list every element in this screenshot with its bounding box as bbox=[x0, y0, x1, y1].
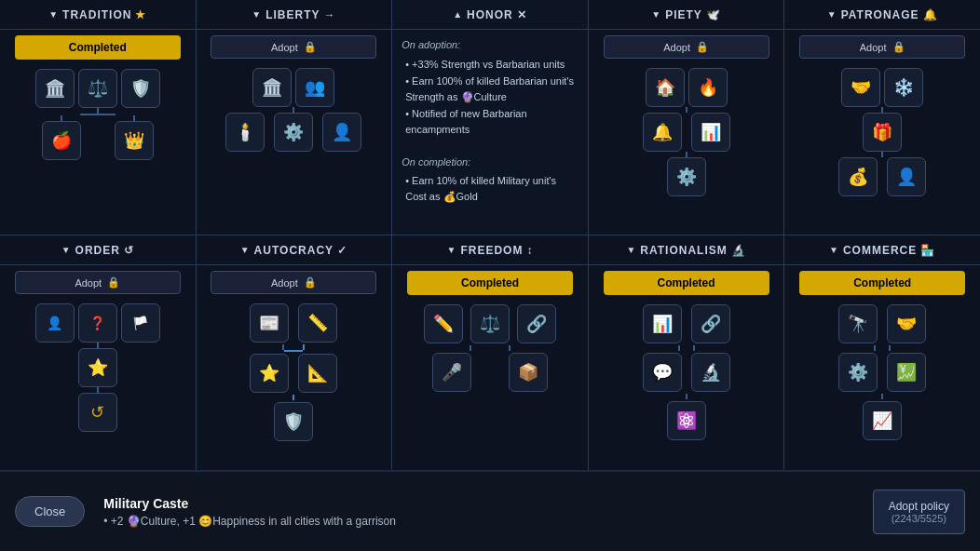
rationalism-vline2 bbox=[693, 345, 695, 351]
rationalism-icon-flask[interactable]: 🔬 bbox=[691, 353, 730, 392]
honor-x: ✕ bbox=[517, 8, 527, 21]
piety-icon-fire[interactable]: 🔥 bbox=[688, 68, 728, 107]
liberty-column: ▼ LIBERTY → Adopt 🔒 🏛️ 👥 🕯️ ⚙️ 👤 bbox=[197, 0, 393, 235]
freedom-icon-scale[interactable]: ⚖️ bbox=[470, 304, 510, 343]
freedom-icon-mic[interactable]: 🎤 bbox=[432, 353, 471, 392]
freedom-icon-chain[interactable]: 🔗 bbox=[517, 304, 556, 343]
tradition-icon-crown[interactable]: 👑 bbox=[115, 121, 154, 160]
order-icon-worker[interactable]: 👤 bbox=[35, 303, 75, 343]
piety-adopt-btn[interactable]: Adopt 🔒 bbox=[604, 35, 769, 59]
autocracy-icon-triangle[interactable]: 📐 bbox=[298, 354, 337, 393]
order-lock: 🔒 bbox=[107, 276, 120, 289]
rationalism-completed-btn[interactable]: Completed bbox=[604, 271, 769, 295]
commerce-icon-chart[interactable]: 💹 bbox=[887, 353, 926, 392]
rationalism-icon-atom[interactable]: ⚛️ bbox=[667, 401, 706, 440]
patronage-icon-snowflake[interactable]: ❄️ bbox=[884, 68, 923, 107]
liberty-lock: 🔒 bbox=[304, 41, 317, 53]
freedom-icon-box[interactable]: 📦 bbox=[509, 353, 548, 392]
patronage-tree: 🤝 ❄️ 🎁 💰 👤 bbox=[784, 64, 980, 235]
honor-arrow: ▲ bbox=[453, 9, 463, 20]
autocracy-label: AUTOCRACY bbox=[254, 244, 333, 257]
patronage-lock: 🔒 bbox=[892, 41, 905, 53]
tradition-icon-justice[interactable]: ⚖️ bbox=[78, 69, 117, 108]
commerce-icon-handshake[interactable]: 🤝 bbox=[887, 304, 926, 343]
tradition-top-icons: 🏛️ ⚖️ 🛡️ bbox=[35, 69, 160, 108]
liberty-icon-colosseum[interactable]: 🏛️ bbox=[252, 68, 292, 107]
tradition-arrow: ▼ bbox=[48, 9, 59, 20]
patronage-icon-gift[interactable]: 🎁 bbox=[863, 113, 902, 152]
liberty-icon-people[interactable]: 👥 bbox=[295, 68, 334, 107]
freedom-completed-btn[interactable]: Completed bbox=[407, 271, 573, 295]
order-icon-star[interactable]: ⭐ bbox=[78, 348, 117, 387]
piety-icon: 🕊️ bbox=[706, 8, 721, 21]
patronage-adopt-btn[interactable]: Adopt 🔒 bbox=[799, 35, 965, 59]
tradition-column: ▼ TRADITION ★ Completed 🏛️ ⚖️ 🛡️ bbox=[0, 0, 197, 235]
rationalism-arrow: ▼ bbox=[626, 245, 636, 255]
commerce-icon-gear[interactable]: ⚙️ bbox=[838, 353, 878, 392]
patronage-icon-gold[interactable]: 💰 bbox=[838, 157, 878, 196]
rationalism-vline1 bbox=[678, 345, 680, 351]
piety-top-icons: 🏠 🔥 bbox=[646, 68, 728, 107]
tradition-icon-shield[interactable]: 🛡️ bbox=[121, 69, 160, 108]
adopt-policy-button[interactable]: Adopt policy (2243/5525) bbox=[873, 490, 965, 534]
patronage-icon-handshake[interactable]: 🤝 bbox=[841, 68, 880, 107]
liberty-icon-person[interactable]: 👤 bbox=[322, 113, 361, 152]
tradition-completed-btn[interactable]: Completed bbox=[15, 35, 181, 60]
liberty-arrow: ▼ bbox=[252, 9, 262, 20]
autocracy-lock: 🔒 bbox=[304, 276, 317, 289]
adopt-policy-cost: (2243/5525) bbox=[889, 513, 949, 524]
patronage-icon: 🔔 bbox=[923, 8, 938, 21]
piety-adopt-label: Adopt bbox=[663, 42, 690, 53]
selected-policy-desc: • +2 🔮Culture, +1 😊Happiness in all citi… bbox=[103, 515, 872, 528]
rationalism-header: ▼ RATIONALISM 🔬 bbox=[589, 235, 784, 265]
liberty-icon-torch[interactable]: 🕯️ bbox=[225, 113, 265, 152]
top-row: ▼ TRADITION ★ Completed 🏛️ ⚖️ 🛡️ bbox=[0, 0, 980, 235]
order-icon-question[interactable]: ❓ bbox=[78, 303, 117, 343]
commerce-icon-pie[interactable]: 📈 bbox=[863, 401, 902, 440]
rationalism-icon-network[interactable]: 🔗 bbox=[691, 304, 730, 343]
piety-icon-chart[interactable]: 📊 bbox=[691, 113, 730, 152]
piety-tree: 🏠 🔥 🔔 📊 ⚙️ bbox=[589, 64, 784, 235]
close-button[interactable]: Close bbox=[15, 496, 85, 527]
autocracy-icon-star[interactable]: ⭐ bbox=[250, 354, 289, 393]
patronage-top-icons: 🤝 ❄️ bbox=[841, 68, 923, 107]
freedom-icon-pen[interactable]: ✏️ bbox=[424, 304, 463, 343]
liberty-top-icons: 🏛️ 👥 bbox=[252, 68, 334, 107]
commerce-header: ▼ COMMERCE 🏪 bbox=[784, 235, 980, 265]
patronage-header: ▼ PATRONAGE 🔔 bbox=[784, 0, 980, 30]
order-icon-recycle[interactable]: ↺ bbox=[78, 393, 117, 432]
commerce-vline1 bbox=[874, 345, 876, 351]
commerce-completed-btn[interactable]: Completed bbox=[799, 271, 965, 295]
freedom-vline2 bbox=[509, 345, 510, 351]
policy-tree-main: ▼ TRADITION ★ Completed 🏛️ ⚖️ 🛡️ bbox=[0, 0, 980, 470]
bottom-row: ▼ ORDER ↺ Adopt 🔒 👤 ❓ 🏳️ ⭐ ↺ bbox=[0, 235, 980, 470]
order-header: ▼ ORDER ↺ bbox=[0, 235, 196, 265]
rationalism-vline3 bbox=[686, 394, 687, 399]
rationalism-icon-chart[interactable]: 📊 bbox=[643, 304, 682, 343]
autocracy-icon-ruler[interactable]: 📏 bbox=[298, 303, 337, 343]
autocracy-adopt-btn[interactable]: Adopt 🔒 bbox=[211, 271, 376, 294]
order-icon-flag[interactable]: 🏳️ bbox=[121, 303, 160, 343]
commerce-icon-telescope[interactable]: 🔭 bbox=[838, 304, 878, 343]
tradition-label: TRADITION bbox=[62, 8, 131, 21]
liberty-adopt-btn[interactable]: Adopt 🔒 bbox=[211, 35, 376, 59]
rationalism-icon-speech[interactable]: 💬 bbox=[643, 353, 682, 392]
commerce-arrow: ▼ bbox=[829, 245, 839, 255]
tradition-icon-apple[interactable]: 🍎 bbox=[42, 121, 81, 160]
autocracy-adopt-label: Adopt bbox=[271, 277, 298, 289]
liberty-icon-gear[interactable]: ⚙️ bbox=[274, 113, 313, 152]
commerce-column: ▼ COMMERCE 🏪 Completed 🔭 🤝 ⚙️ 💹 bbox=[784, 235, 980, 470]
freedom-vline1 bbox=[470, 345, 471, 351]
piety-icon-gear[interactable]: ⚙️ bbox=[667, 157, 706, 196]
tradition-icon-monument[interactable]: 🏛️ bbox=[35, 69, 75, 108]
patronage-label: PATRONAGE bbox=[841, 8, 919, 21]
autocracy-icon-paper[interactable]: 📰 bbox=[250, 303, 289, 343]
bottom-bar: Close Military Caste • +2 🔮Culture, +1 😊… bbox=[0, 470, 980, 551]
autocracy-icon-shield[interactable]: 🛡️ bbox=[274, 402, 313, 441]
piety-icon-bell[interactable]: 🔔 bbox=[643, 113, 682, 152]
order-tree: 👤 ❓ 🏳️ ⭐ ↺ bbox=[0, 300, 196, 470]
liberty-header: ▼ LIBERTY → bbox=[197, 0, 392, 30]
order-adopt-btn[interactable]: Adopt 🔒 bbox=[15, 271, 181, 294]
patronage-icon-person[interactable]: 👤 bbox=[887, 157, 926, 196]
piety-icon-temple[interactable]: 🏠 bbox=[646, 68, 685, 107]
